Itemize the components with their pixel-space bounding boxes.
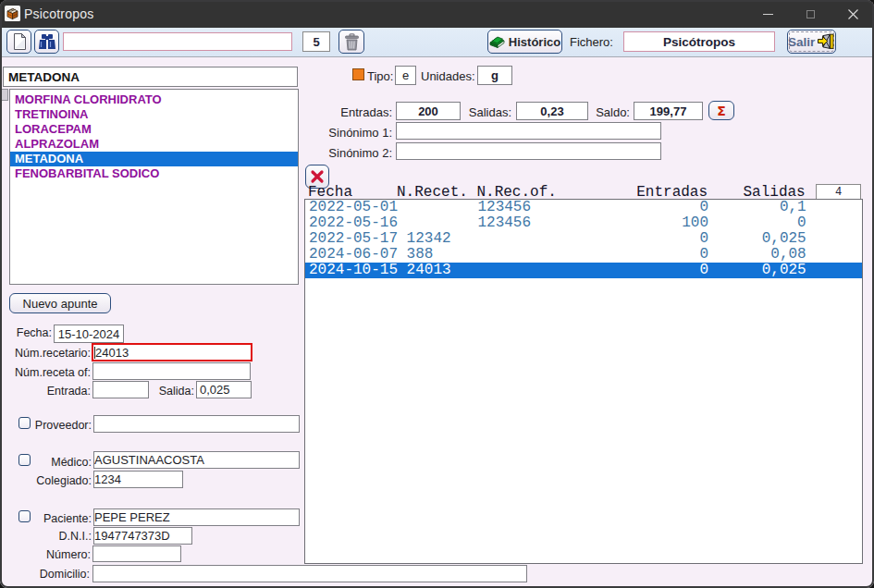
record-count-box: 5 [302, 31, 330, 52]
grid-header: Fecha N.Recet. N.Rec.of. Entradas Salida… [308, 186, 814, 200]
num-receta-of-label: Núm.receta of: [2, 366, 91, 379]
medico-label: Médico: [2, 456, 92, 469]
minimize-icon [763, 14, 773, 15]
app-icon [5, 6, 20, 21]
screen: Psicotropos [0, 0, 874, 588]
paciente-input[interactable]: PEPE PEREZ [93, 508, 300, 526]
entrada-label: Entrada: [2, 385, 91, 398]
new-record-button[interactable] [6, 30, 31, 54]
trash-icon [344, 33, 360, 51]
fecha-input[interactable]: 15-10-2024 [54, 325, 124, 343]
maximize-button[interactable] [789, 0, 831, 28]
delete-button[interactable] [339, 30, 364, 54]
tipo-label: Tipo: [367, 69, 393, 83]
entradas-label: Entradas: [309, 105, 392, 119]
unidades-label: Unidades: [421, 69, 475, 83]
minimize-button[interactable] [746, 0, 789, 28]
num-recetario-input[interactable]: 24013 [92, 343, 252, 361]
sinonimo2-label: Sinónimo 2: [309, 146, 392, 160]
exit-door-icon [818, 33, 835, 50]
grid-row[interactable]: 2024-06-07 388 0 0,08 [305, 247, 862, 263]
sinonimo2-input[interactable] [396, 142, 661, 160]
grid-row[interactable]: 2022-05-01 123456 0 0,1 [305, 200, 862, 215]
new-document-icon [11, 32, 28, 51]
search-button[interactable] [34, 30, 59, 54]
close-button[interactable] [831, 0, 874, 28]
grid-row[interactable]: 2022-05-17 12342 0 0,025 [305, 231, 862, 247]
colegiado-label: Colegiado: [2, 474, 92, 487]
salir-label: Salir [788, 35, 815, 49]
saldo-label: Saldo: [555, 105, 630, 119]
red-x-icon [310, 169, 325, 184]
proveedor-label: Proveedor: [2, 419, 92, 432]
medico-input[interactable]: AGUSTINAACOSTA [93, 451, 300, 469]
salir-button[interactable]: Salir [787, 30, 836, 54]
list-item[interactable]: TRETINOINA [10, 107, 298, 122]
list-item[interactable]: FENOBARBITAL SODICO [10, 166, 298, 181]
close-icon [848, 9, 858, 19]
grid-row[interactable]: 2024-10-15 24013 0 0,025 [305, 263, 862, 278]
binoculars-icon [38, 33, 56, 51]
tipo-color-swatch [352, 68, 364, 80]
saldo-input[interactable]: 199,77 [634, 102, 703, 120]
list-grip [0, 89, 8, 101]
colegiado-input[interactable]: 1234 [93, 471, 183, 488]
fichero-input[interactable]: Psicótropos [623, 31, 775, 52]
window-title: Psicotropos [24, 6, 93, 21]
search-input[interactable] [63, 32, 292, 51]
unidades-input[interactable]: g [477, 66, 512, 85]
app-window: Psicotropos [0, 0, 874, 588]
sinonimo1-label: Sinónimo 1: [309, 126, 392, 140]
numero-input[interactable] [92, 545, 181, 562]
fichero-label: Fichero: [570, 35, 613, 49]
sum-button[interactable]: Σ [708, 101, 734, 120]
tipo-input[interactable]: e [395, 66, 416, 85]
domicilio-input[interactable] [92, 565, 527, 582]
grid-row-count: 4 [816, 184, 861, 200]
book-icon [489, 34, 505, 50]
domicilio-label: Domicilio: [2, 568, 90, 581]
dni-label: D.N.I.: [2, 530, 92, 543]
nuevo-apunte-button[interactable]: Nuevo apunte [9, 293, 111, 313]
fecha-label: Fecha: [2, 326, 52, 339]
client-area: METADONA MORFINA CLORHIDRATOTRETINOINALO… [2, 57, 872, 586]
grid-row[interactable]: 2022-05-16 123456 100 0 [305, 215, 862, 231]
historico-button[interactable]: Histórico [487, 30, 562, 54]
num-recetario-label: Núm.recetario: [2, 347, 91, 360]
list-item[interactable]: MORFINA CLORHIDRATO [10, 92, 298, 107]
substance-list[interactable]: MORFINA CLORHIDRATOTRETINOINALORACEPAMAL… [9, 89, 299, 285]
sinonimo1-input[interactable] [396, 122, 661, 140]
list-item[interactable]: METADONA [10, 152, 298, 166]
paciente-label: Paciente: [2, 512, 92, 525]
numero-label: Número: [2, 548, 91, 561]
entries-grid[interactable]: 2022-05-01 123456 0 0,1 2022-05-16 12345… [304, 199, 863, 564]
salida-label: Salida: [122, 385, 194, 398]
titlebar: Psicotropos [0, 0, 874, 28]
list-item[interactable]: LORACEPAM [10, 122, 298, 137]
salida-input[interactable]: 0,025 [196, 381, 252, 398]
dni-input[interactable]: 1947747373D [93, 527, 192, 545]
toolbar: 5 Histórico Fichero: Psicótropos Sali [2, 28, 872, 57]
substance-name-input[interactable]: METADONA [3, 67, 298, 87]
maximize-icon [806, 10, 815, 18]
proveedor-input[interactable] [93, 415, 300, 433]
historico-label: Histórico [509, 35, 560, 49]
salidas-label: Salidas: [435, 105, 511, 119]
list-item[interactable]: ALPRAZOLAM [10, 137, 298, 152]
num-receta-of-input[interactable] [92, 362, 251, 380]
